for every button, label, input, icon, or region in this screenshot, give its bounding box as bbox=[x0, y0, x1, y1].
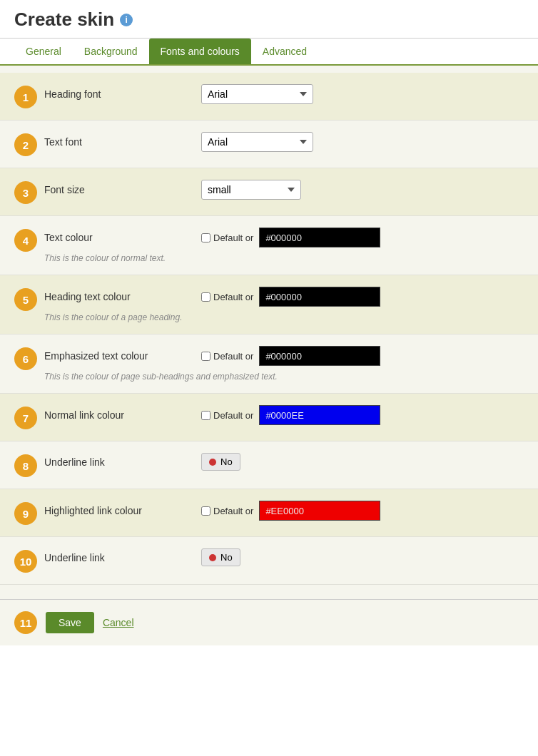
toggle-label-1: No bbox=[220, 456, 233, 467]
row-underline-link-2: 10 Underline link No bbox=[0, 537, 538, 585]
default-check-emphasized[interactable] bbox=[201, 352, 210, 361]
toggle-dot-2 bbox=[209, 554, 216, 561]
hint-text-colour: This is the colour of normal text. bbox=[44, 253, 524, 263]
label-emphasized-colour: Emphasized text colour bbox=[44, 350, 201, 362]
default-checkbox-emphasized[interactable]: Default or bbox=[201, 351, 253, 362]
heading-font-select[interactable]: Arial Verdana Georgia Times New Roman Co… bbox=[201, 84, 313, 104]
row-content-1: Heading font Arial Verdana Georgia Times… bbox=[44, 84, 524, 104]
color-hex-heading: #000000 bbox=[260, 292, 380, 302]
color-hex-emphasized: #000000 bbox=[260, 351, 380, 362]
row-number-7: 7 bbox=[14, 407, 37, 429]
row-content-5: Heading text colour Default or #000000 T… bbox=[44, 287, 524, 322]
row-heading-font: 1 Heading font Arial Verdana Georgia Tim… bbox=[0, 73, 538, 121]
row-number-9: 9 bbox=[14, 502, 37, 525]
row-number-1: 1 bbox=[14, 86, 37, 108]
default-check-link[interactable] bbox=[201, 411, 210, 420]
row-highlighted-colour: 9 Highlighted link colour Default or #EE… bbox=[0, 489, 538, 537]
default-checkbox-link[interactable]: Default or bbox=[201, 410, 253, 421]
label-text-font: Text font bbox=[44, 136, 201, 148]
row-link-colour: 7 Normal link colour Default or #0000EE bbox=[0, 394, 538, 441]
default-check-heading[interactable] bbox=[201, 292, 210, 302]
label-link-colour: Normal link colour bbox=[44, 409, 201, 421]
row-content-7: Normal link colour Default or #0000EE bbox=[44, 405, 524, 425]
color-box-emphasized[interactable]: #000000 bbox=[259, 346, 380, 366]
row-content-8: Underline link No bbox=[44, 453, 524, 471]
row-number-2: 2 bbox=[14, 133, 37, 156]
tab-advanced[interactable]: Advanced bbox=[251, 39, 318, 64]
toggle-underline-link-2[interactable]: No bbox=[201, 548, 240, 566]
row-content-6: Emphasized text colour Default or #00000… bbox=[44, 346, 524, 382]
color-control-heading: Default or #000000 bbox=[201, 287, 380, 307]
label-underline-link-1: Underline link bbox=[44, 456, 201, 468]
color-box-link[interactable]: #0000EE bbox=[259, 405, 380, 425]
tab-fonts-colours[interactable]: Fonts and colours bbox=[149, 39, 251, 64]
row-emphasized-colour: 6 Emphasized text colour Default or #000… bbox=[0, 334, 538, 394]
info-icon[interactable]: i bbox=[120, 14, 133, 26]
label-heading-font: Heading font bbox=[44, 88, 201, 100]
color-box-highlighted[interactable]: #EE0000 bbox=[259, 501, 380, 521]
row-text-font: 2 Text font Arial Verdana Georgia Times … bbox=[0, 121, 538, 168]
toggle-dot-1 bbox=[209, 459, 216, 466]
tabs-bar: General Background Fonts and colours Adv… bbox=[0, 39, 538, 66]
row-content-3: Font size small medium large bbox=[44, 180, 524, 200]
row-number-8: 8 bbox=[14, 454, 37, 477]
row-content-10: Underline link No bbox=[44, 548, 524, 566]
color-control-emphasized: Default or #000000 bbox=[201, 346, 380, 366]
label-font-size: Font size bbox=[44, 184, 201, 195]
row-content-2: Text font Arial Verdana Georgia Times Ne… bbox=[44, 132, 524, 152]
row-content-9: Highlighted link colour Default or #EE00… bbox=[44, 501, 524, 521]
default-check-text[interactable] bbox=[201, 233, 210, 242]
font-size-select[interactable]: small medium large bbox=[201, 180, 301, 200]
toggle-label-2: No bbox=[220, 552, 233, 563]
default-checkbox-heading[interactable]: Default or bbox=[201, 292, 253, 302]
color-hex-link: #0000EE bbox=[260, 410, 380, 421]
page-header: Create skin i bbox=[0, 0, 538, 39]
row-number-4: 4 bbox=[14, 229, 37, 252]
row-underline-link-1: 8 Underline link No bbox=[0, 441, 538, 489]
text-font-select[interactable]: Arial Verdana Georgia Times New Roman Co… bbox=[201, 132, 313, 152]
tab-background[interactable]: Background bbox=[73, 39, 149, 64]
content-area: 1 Heading font Arial Verdana Georgia Tim… bbox=[0, 66, 538, 599]
row-number-3: 3 bbox=[14, 181, 37, 204]
row-heading-colour: 5 Heading text colour Default or #000000… bbox=[0, 275, 538, 334]
tab-general[interactable]: General bbox=[14, 39, 73, 64]
color-box-text[interactable]: #000000 bbox=[259, 228, 380, 247]
default-check-highlighted[interactable] bbox=[201, 506, 210, 516]
footer: 11 Save Cancel bbox=[0, 599, 538, 645]
label-highlighted-colour: Highlighted link colour bbox=[44, 505, 201, 516]
footer-number: 11 bbox=[14, 611, 37, 634]
toggle-underline-link-1[interactable]: No bbox=[201, 453, 240, 471]
row-number-6: 6 bbox=[14, 347, 37, 370]
row-number-5: 5 bbox=[14, 288, 37, 311]
default-checkbox-highlighted[interactable]: Default or bbox=[201, 506, 253, 516]
row-content-4: Text colour Default or #000000 This is t… bbox=[44, 228, 524, 263]
cancel-button[interactable]: Cancel bbox=[103, 617, 134, 628]
color-box-heading[interactable]: #000000 bbox=[259, 287, 380, 307]
hint-heading-colour: This is the colour of a page heading. bbox=[44, 312, 524, 322]
color-hex-highlighted: #EE0000 bbox=[260, 506, 380, 516]
row-font-size: 3 Font size small medium large bbox=[0, 168, 538, 216]
row-number-10: 10 bbox=[14, 550, 37, 573]
save-button[interactable]: Save bbox=[46, 612, 94, 633]
color-control-highlighted: Default or #EE0000 bbox=[201, 501, 380, 521]
label-underline-link-2: Underline link bbox=[44, 552, 201, 563]
color-control-link: Default or #0000EE bbox=[201, 405, 380, 425]
label-heading-colour: Heading text colour bbox=[44, 291, 201, 302]
color-control-text: Default or #000000 bbox=[201, 228, 380, 247]
color-hex-text: #000000 bbox=[260, 233, 380, 243]
default-checkbox-text[interactable]: Default or bbox=[201, 233, 253, 243]
hint-emphasized-colour: This is the colour of page sub-headings … bbox=[44, 372, 524, 382]
page-title: Create skin bbox=[14, 9, 114, 31]
row-text-colour: 4 Text colour Default or #000000 This is… bbox=[0, 216, 538, 275]
label-text-colour: Text colour bbox=[44, 232, 201, 243]
